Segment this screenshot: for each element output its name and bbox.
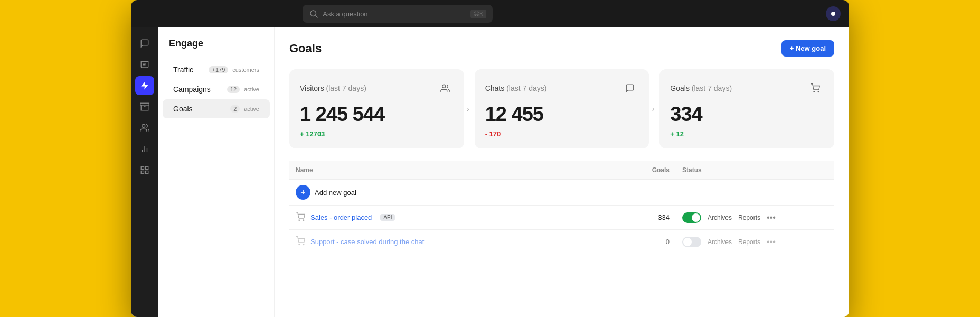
goal-count-2: 0 — [634, 230, 676, 254]
reports-link-1[interactable]: Reports — [738, 214, 760, 221]
page-title: Goals — [289, 42, 322, 55]
stat-card-goals-value: 334 — [670, 103, 824, 126]
search-icon — [309, 9, 318, 18]
main-content: Goals + New goal Visitors (last 7 days) — [275, 27, 849, 317]
goal-name-link-2[interactable]: Support - case solved during the chat — [310, 238, 424, 246]
nav-item-goals[interactable]: Goals 2 active — [163, 99, 270, 118]
goal-status-cell-1: Archives Reports ••• — [676, 206, 834, 230]
goal-name-link-1[interactable]: Sales - order placed — [310, 213, 372, 221]
goals-value-2: 0 — [666, 238, 670, 246]
goal-cart-icon — [296, 212, 305, 223]
stat-card-visitors-value: 1 245 544 — [300, 103, 454, 126]
table-row: Support - case solved during the chat 0 … — [289, 230, 834, 254]
svg-rect-9 — [141, 166, 144, 169]
search-placeholder: Ask a question — [323, 10, 368, 18]
nav-item-campaigns[interactable]: Campaigns 12 active — [163, 80, 270, 99]
svg-point-13 — [442, 85, 445, 88]
stats-row: Visitors (last 7 days) 1 245 544 + 12703… — [289, 69, 834, 148]
visitors-icon — [437, 80, 454, 97]
add-goal-button[interactable]: + Add new goal — [296, 185, 828, 200]
svg-point-17 — [303, 220, 304, 221]
table-header-row: Name Goals Status — [289, 161, 834, 180]
svg-point-0 — [310, 11, 316, 16]
stat-card-visitors: Visitors (last 7 days) 1 245 544 + 12703… — [289, 69, 464, 148]
stat-card-visitors-title: Visitors (last 7 days) — [300, 84, 366, 92]
add-goal-row[interactable]: + Add new goal — [289, 180, 834, 206]
nav-badge-campaigns-text: active — [244, 86, 259, 92]
messages-icon — [140, 60, 149, 69]
chat-bubble-icon — [140, 39, 149, 48]
app-body: Engage Traffic +179 customers Campaigns … — [131, 27, 849, 317]
stat-card-chats: Chats (last 7 days) 12 455 - 170 › — [475, 69, 649, 148]
svg-rect-3 — [140, 103, 149, 105]
chats-icon — [621, 80, 638, 97]
cart-small-icon-2 — [296, 236, 305, 246]
svg-rect-10 — [146, 166, 148, 169]
table-row-name-cell-2: Support - case solved during the chat — [289, 230, 634, 254]
chart-icon — [140, 144, 149, 154]
contacts-icon — [140, 123, 149, 133]
new-goal-button[interactable]: + New goal — [781, 40, 834, 57]
table-row: Sales - order placed API 334 Archives R — [289, 206, 834, 230]
archives-link-2[interactable]: Archives — [708, 238, 732, 246]
cart-icon — [811, 83, 820, 93]
goal-tag-1: API — [380, 214, 395, 221]
cart-small-icon — [296, 212, 305, 221]
svg-point-15 — [818, 91, 819, 92]
sidebar-item-messages[interactable] — [135, 55, 154, 74]
sidebar-item-apps[interactable] — [135, 161, 154, 180]
add-goal-circle-icon: + — [296, 185, 310, 200]
nav-badge-goals: 2 — [230, 105, 240, 113]
search-bar[interactable]: Ask a question ⌘K — [303, 5, 493, 23]
stat-card-goals: Goals (last 7 days) 334 + 12 — [659, 69, 834, 148]
goal-count-1: 334 — [634, 206, 676, 230]
col-status: Status — [676, 161, 834, 180]
stat-card-chats-title: Chats (last 7 days) — [485, 84, 547, 92]
nav-sidebar: Engage Traffic +179 customers Campaigns … — [158, 27, 275, 317]
sidebar-item-contacts[interactable] — [135, 118, 154, 137]
bolt-icon — [140, 81, 149, 90]
stat-card-goals-title: Goals (last 7 days) — [670, 84, 732, 92]
col-goals: Goals — [634, 161, 676, 180]
svg-point-16 — [299, 220, 300, 221]
add-goal-label: Add new goal — [315, 189, 356, 197]
stat-card-chats-change: - 170 — [485, 130, 639, 138]
archives-link-1[interactable]: Archives — [708, 214, 732, 221]
table-row-name-cell: Sales - order placed API — [289, 206, 634, 230]
goal-cart-icon-2 — [296, 236, 305, 247]
stat-card-goals-change: + 12 — [670, 130, 824, 138]
people-icon — [440, 83, 450, 93]
chat-square-icon — [625, 83, 635, 93]
sidebar-item-engage[interactable] — [135, 76, 154, 95]
stat-card-visitors-change: + 12703 — [300, 130, 454, 138]
browser-window: Ask a question ⌘K — [131, 0, 849, 317]
svg-point-18 — [299, 244, 300, 245]
goal-toggle-2[interactable] — [682, 237, 701, 247]
nav-item-traffic[interactable]: Traffic +179 customers — [163, 60, 270, 79]
goal-status-cell-2: Archives Reports ••• — [676, 230, 834, 254]
svg-point-14 — [814, 91, 815, 92]
sidebar-item-reports[interactable] — [135, 139, 154, 158]
nav-item-goals-label: Goals — [173, 105, 226, 113]
svg-marker-2 — [141, 82, 148, 90]
sidebar-item-chat[interactable] — [135, 34, 154, 53]
more-options-button-2[interactable]: ••• — [767, 237, 776, 247]
archive-icon — [140, 102, 149, 111]
grid-icon — [140, 165, 149, 175]
more-options-button-1[interactable]: ••• — [767, 213, 776, 222]
nav-item-campaigns-label: Campaigns — [173, 85, 223, 94]
nav-badge-campaigns: 12 — [227, 86, 240, 93]
svg-rect-12 — [141, 171, 144, 174]
reports-link-2[interactable]: Reports — [738, 238, 760, 246]
svg-point-19 — [303, 244, 304, 245]
page-header: Goals + New goal — [289, 40, 834, 57]
keyboard-shortcut: ⌘K — [470, 10, 486, 18]
nav-badge-goals-text: active — [244, 106, 259, 112]
nav-badge-traffic-text: customers — [232, 67, 259, 73]
sidebar-item-archive[interactable] — [135, 97, 154, 116]
nav-item-traffic-label: Traffic — [173, 66, 204, 74]
svg-line-1 — [316, 15, 318, 17]
col-name: Name — [289, 161, 634, 180]
goal-toggle-1[interactable] — [682, 212, 701, 223]
stat-card-chats-arrow: › — [652, 105, 655, 113]
